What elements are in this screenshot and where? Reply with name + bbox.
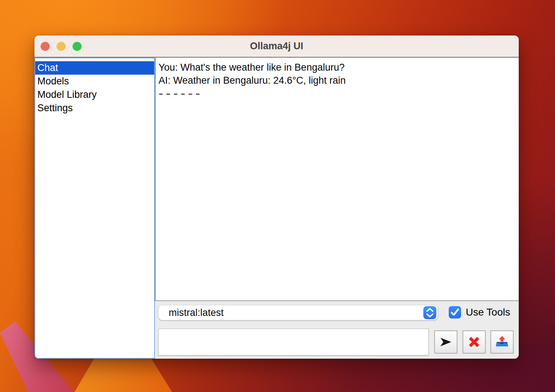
red-x-icon — [468, 335, 481, 349]
traffic-lights — [41, 42, 82, 51]
chat-transcript[interactable]: You: What's the weather like in Bengalur… — [155, 58, 519, 301]
composer-panel: mistral:latest Use Tools — [155, 301, 519, 359]
sidebar-item-settings[interactable]: Settings — [35, 101, 154, 115]
cancel-button[interactable] — [462, 330, 486, 354]
chat-ai-message: AI: Weather in Bengaluru: 24.6°C, light … — [159, 74, 516, 87]
send-button[interactable] — [434, 330, 457, 354]
send-arrow-icon — [439, 336, 453, 348]
titlebar[interactable]: Ollama4j UI — [34, 36, 519, 58]
chat-user-message: You: What's the weather like in Bengalur… — [159, 61, 516, 74]
chat-separator: ------ — [159, 87, 519, 100]
main-pane: You: What's the weather like in Bengalur… — [155, 58, 519, 359]
use-tools-control: Use Tools — [449, 306, 510, 318]
close-button[interactable] — [41, 42, 50, 51]
upload-button[interactable] — [490, 330, 514, 354]
model-select-value: mistral:latest — [159, 307, 423, 318]
checkmark-icon — [449, 306, 461, 318]
minimize-button[interactable] — [57, 42, 66, 51]
sidebar-nav: Chat Models Model Library Settings — [34, 58, 155, 359]
message-input[interactable] — [158, 329, 429, 355]
model-select[interactable]: mistral:latest — [158, 305, 438, 320]
zoom-button[interactable] — [73, 42, 82, 51]
app-window: Ollama4j UI Chat Models Model Library Se… — [34, 36, 519, 359]
desktop: { "window": { "title": "Ollama4j UI" }, … — [0, 0, 555, 392]
use-tools-label: Use Tools — [466, 306, 510, 318]
use-tools-checkbox[interactable] — [449, 306, 461, 318]
chevron-up-down-icon — [423, 306, 436, 319]
sidebar-item-models[interactable]: Models — [35, 75, 154, 88]
sidebar-item-model-library[interactable]: Model Library — [35, 88, 154, 101]
outbox-tray-icon — [495, 335, 509, 349]
window-title: Ollama4j UI — [250, 41, 303, 52]
window-content: Chat Models Model Library Settings You: … — [34, 58, 519, 359]
sidebar-item-chat[interactable]: Chat — [35, 61, 154, 75]
